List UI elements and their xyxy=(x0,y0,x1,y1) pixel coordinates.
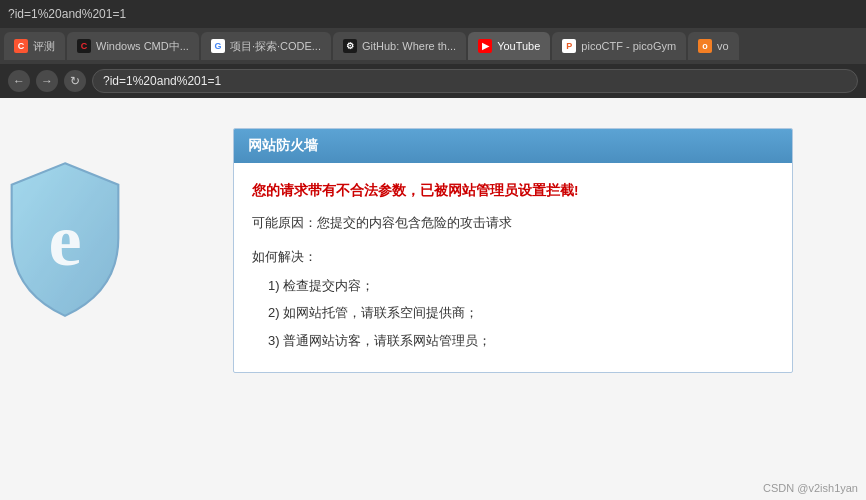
tab-youtube-label: YouTube xyxy=(497,40,540,52)
tab-ping[interactable]: C评测 xyxy=(4,32,65,60)
firewall-alert-text: 您的请求带有不合法参数，已被网站管理员设置拦截! xyxy=(252,179,774,203)
tab-youtube-favicon: ▶ xyxy=(478,39,492,53)
tab-pico-favicon: P xyxy=(562,39,576,53)
firewall-box: 网站防火墙 您的请求带有不合法参数，已被网站管理员设置拦截! 可能原因：您提交的… xyxy=(233,128,793,373)
tab-windows-cmd[interactable]: CWindows CMD中... xyxy=(67,32,199,60)
firewall-step-3: 3) 普通网站访客，请联系网站管理员； xyxy=(268,329,774,352)
tab-github-label: GitHub: Where th... xyxy=(362,40,456,52)
firewall-header: 网站防火墙 xyxy=(234,129,792,163)
firewall-reason: 可能原因：您提交的内容包含危险的攻击请求 xyxy=(252,211,774,234)
svg-text:e: e xyxy=(48,198,81,281)
tab-csdn-favicon: G xyxy=(211,39,225,53)
address-bar: ← → ↻ xyxy=(0,64,866,98)
watermark: CSDN @v2ish1yan xyxy=(763,482,858,494)
solution-title: 如何解决： xyxy=(252,245,774,268)
title-bar-text: ?id=1%20and%201=1 xyxy=(8,7,126,21)
reason-label: 可能原因： xyxy=(252,215,317,230)
address-input[interactable] xyxy=(92,69,858,93)
tab-coru-favicon: o xyxy=(698,39,712,53)
back-button[interactable]: ← xyxy=(8,70,30,92)
firewall-step-2: 2) 如网站托管，请联系空间提供商； xyxy=(268,301,774,324)
tab-csdn[interactable]: G项目·探索·CODE... xyxy=(201,32,331,60)
tab-pico-label: picoCTF - picoGym xyxy=(581,40,676,52)
tab-coru-label: vo xyxy=(717,40,729,52)
shield-icon: e xyxy=(0,158,130,318)
title-bar: ?id=1%20and%201=1 xyxy=(0,0,866,28)
shield-area: e xyxy=(0,158,140,358)
tab-csdn-label: 项目·探索·CODE... xyxy=(230,39,321,54)
refresh-button[interactable]: ↻ xyxy=(64,70,86,92)
reason-text: 您提交的内容包含危险的攻击请求 xyxy=(317,215,512,230)
tab-pico[interactable]: PpicoCTF - picoGym xyxy=(552,32,686,60)
tab-ping-favicon: C xyxy=(14,39,28,53)
tab-github[interactable]: ⚙GitHub: Where th... xyxy=(333,32,466,60)
tab-github-favicon: ⚙ xyxy=(343,39,357,53)
tab-windows-cmd-favicon: C xyxy=(77,39,91,53)
tab-windows-cmd-label: Windows CMD中... xyxy=(96,39,189,54)
forward-button[interactable]: → xyxy=(36,70,58,92)
firewall-step-1: 1) 检查提交内容； xyxy=(268,274,774,297)
tab-youtube[interactable]: ▶YouTube xyxy=(468,32,550,60)
firewall-title: 网站防火墙 xyxy=(248,137,318,153)
tab-bar: C评测CWindows CMD中...G项目·探索·CODE...⚙GitHub… xyxy=(0,28,866,64)
firewall-body: 您的请求带有不合法参数，已被网站管理员设置拦截! 可能原因：您提交的内容包含危险… xyxy=(234,163,792,372)
tab-coru[interactable]: ovo xyxy=(688,32,739,60)
tab-ping-label: 评测 xyxy=(33,39,55,54)
firewall-steps-list: 1) 检查提交内容；2) 如网站托管，请联系空间提供商；3) 普通网站访客，请联… xyxy=(252,274,774,352)
browser-content: e 网站防火墙 您的请求带有不合法参数，已被网站管理员设置拦截! 可能原因：您提… xyxy=(0,98,866,500)
